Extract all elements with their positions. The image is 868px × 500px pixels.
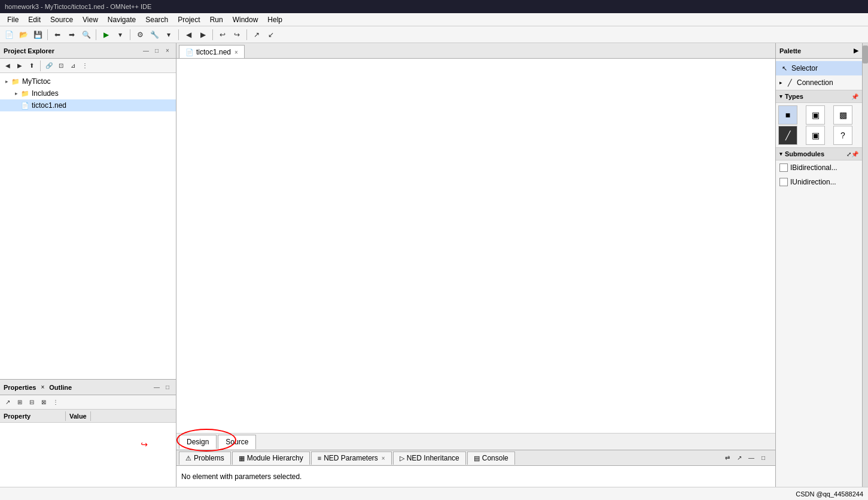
menu-project[interactable]: Project xyxy=(173,14,205,25)
toolbar-btn-5[interactable]: 🔧 xyxy=(148,28,161,41)
palette-connection[interactable]: ▸ ╱ Connection xyxy=(776,75,862,90)
type-grid-1[interactable]: ■ xyxy=(778,105,797,125)
connection-expand-icon: ▸ xyxy=(779,80,782,86)
pe-filter[interactable]: ⊿ xyxy=(68,60,78,71)
toolbar-open[interactable]: 📂 xyxy=(17,28,30,41)
menu-window[interactable]: Window xyxy=(228,14,263,25)
panel-close[interactable]: × xyxy=(163,46,172,56)
menu-search[interactable]: Search xyxy=(141,14,173,25)
toolbar-undo[interactable]: ↩ xyxy=(216,28,229,41)
toolbar-import[interactable]: ↙ xyxy=(264,28,278,41)
palette-submodule-2[interactable]: IUnidirection... xyxy=(776,175,862,189)
types-grid: ■ ▣ ▩ ╱ ▣ ? xyxy=(776,103,862,147)
menu-edit[interactable]: Edit xyxy=(23,14,45,25)
panel-hide[interactable]: — xyxy=(747,453,756,463)
toolbar-btn-4[interactable]: ⚙ xyxy=(133,28,147,41)
bottom-panel-status: No element with parameters selected. xyxy=(181,472,301,481)
editor-tab-tictoc[interactable]: 📄 tictoc1.ned × xyxy=(179,45,245,58)
prop-btn-1[interactable]: ↗ xyxy=(2,397,13,408)
palette-header: Palette ▶ xyxy=(776,43,862,59)
toolbar-btn-2[interactable]: ➡ xyxy=(65,28,78,41)
pe-menu[interactable]: ⋮ xyxy=(80,60,90,71)
bottom-tab-module-hierarchy[interactable]: ▦ Module Hierarchy xyxy=(232,451,310,465)
panel-minimize[interactable]: — xyxy=(141,46,151,56)
menu-file[interactable]: File xyxy=(2,14,23,25)
type-grid-5[interactable]: ▣ xyxy=(806,126,825,145)
menu-view[interactable]: View xyxy=(78,14,103,25)
prop-btn-2[interactable]: ⊞ xyxy=(14,397,25,408)
toolbar-run-dropdown[interactable]: ▾ xyxy=(114,28,127,41)
panel-maximize-btn[interactable]: □ xyxy=(759,453,768,463)
tree-item-tictoc[interactable]: 📄 tictoc1.ned xyxy=(0,99,176,111)
prop-btn-4[interactable]: ⊠ xyxy=(38,397,49,408)
bottom-tab-ned-parameters[interactable]: ≡ NED Parameters × xyxy=(311,451,392,465)
outline-label[interactable]: Outline xyxy=(49,384,72,391)
toolbar-redo[interactable]: ↪ xyxy=(230,28,243,41)
pe-up[interactable]: ⬆ xyxy=(26,60,37,71)
editor-tab-label: tictoc1.ned xyxy=(196,48,231,56)
prop-btn-3[interactable]: ⊟ xyxy=(26,397,37,408)
menu-navigate[interactable]: Navigate xyxy=(103,14,141,25)
submodules-expand-btn[interactable]: ⤢ xyxy=(846,151,851,157)
ned-parameters-close[interactable]: × xyxy=(382,455,385,462)
toolbar-forward[interactable]: ▶ xyxy=(196,28,209,41)
prop-btn-5[interactable]: ⋮ xyxy=(50,397,61,408)
root-expand-icon: ▸ xyxy=(2,78,11,84)
type-grid-4[interactable]: ╱ xyxy=(778,126,797,145)
type-grid-2[interactable]: ▣ xyxy=(806,105,825,125)
panel-maximize[interactable]: □ xyxy=(152,46,162,56)
pe-collapse[interactable]: ⊡ xyxy=(56,60,66,71)
submodule-2-label: IUnidirection... xyxy=(790,178,836,186)
editor-tab-bar: 📄 tictoc1.ned × xyxy=(176,43,775,59)
palette-selector[interactable]: ↖ Selector xyxy=(776,61,862,75)
tree-root[interactable]: ▸ 📁 MyTictoc xyxy=(0,75,176,87)
content-area: Project Explorer — □ × ◀ ▶ ⬆ 🔗 ⊡ ⊿ ⋮ xyxy=(0,43,868,487)
palette-submodule-1[interactable]: IBidirectional... xyxy=(776,160,862,175)
type-grid-6[interactable]: ? xyxy=(833,126,852,145)
tree-item-includes[interactable]: ▸ 📁 Includes xyxy=(0,87,176,99)
bottom-panel: ⚠ Problems ▦ Module Hierarchy ≡ NED Para… xyxy=(176,450,775,487)
toolbar-back[interactable]: ◀ xyxy=(182,28,195,41)
includes-label: Includes xyxy=(32,89,59,98)
properties-panel: Properties × Outline — □ ↗ ⊞ ⊟ ⊠ ⋮ xyxy=(0,379,176,487)
prop-maximize[interactable]: □ xyxy=(163,383,172,392)
type-grid-3[interactable]: ▩ xyxy=(833,105,852,125)
panel-sync[interactable]: ⇄ xyxy=(723,453,732,463)
editor-canvas xyxy=(176,59,775,433)
toolbar-btn-1[interactable]: ⬅ xyxy=(51,28,64,41)
types-section-header[interactable]: ▾ Types 📌 xyxy=(776,90,862,103)
toolbar-new[interactable]: 📄 xyxy=(2,28,16,41)
toolbar-btn-6[interactable]: ▾ xyxy=(162,28,175,41)
toolbar-run[interactable]: ▶ xyxy=(99,28,112,41)
submodules-pin[interactable]: 📌 xyxy=(851,151,858,157)
bottom-tab-ned-inheritance[interactable]: ▷ NED Inheritance xyxy=(393,451,466,465)
submodules-section-header[interactable]: ▾ Submodules ⤢ 📌 xyxy=(776,147,862,160)
editor-tab-close[interactable]: × xyxy=(234,49,238,56)
properties-header: Properties × Outline — □ xyxy=(0,380,176,395)
pe-link[interactable]: 🔗 xyxy=(44,60,54,71)
panel-export[interactable]: ↗ xyxy=(735,453,744,463)
scroll-thumb[interactable] xyxy=(863,46,868,63)
bottom-tab-problems[interactable]: ⚠ Problems xyxy=(179,451,231,465)
bottom-tab-design[interactable]: Design xyxy=(179,435,217,449)
menu-help[interactable]: Help xyxy=(263,14,287,25)
palette-content: ↖ Selector ▸ ╱ Connection ▾ Types 📌 ■ xyxy=(776,59,862,192)
project-explorer-toolbar: ◀ ▶ ⬆ 🔗 ⊡ ⊿ ⋮ xyxy=(0,59,176,73)
palette-title: Palette xyxy=(779,47,801,54)
pe-forward[interactable]: ▶ xyxy=(14,60,25,71)
toolbar-btn-3[interactable]: 🔍 xyxy=(80,28,93,41)
connection-line-icon: ╱ xyxy=(785,78,794,87)
submodules-section-label: Submodules xyxy=(785,150,824,157)
tictoc-file-icon: 📄 xyxy=(20,101,30,110)
toolbar-save[interactable]: 💾 xyxy=(31,28,44,41)
menu-run[interactable]: Run xyxy=(205,14,228,25)
properties-close-icon: × xyxy=(41,384,44,390)
bottom-tab-source[interactable]: Source xyxy=(218,435,256,449)
palette-expand[interactable]: ▶ xyxy=(854,47,858,54)
pe-back[interactable]: ◀ xyxy=(2,60,13,71)
types-pin[interactable]: 📌 xyxy=(851,93,858,100)
bottom-tab-console[interactable]: ▤ Console xyxy=(467,451,515,465)
prop-minimize[interactable]: — xyxy=(152,383,162,392)
toolbar-export[interactable]: ↗ xyxy=(250,28,263,41)
menu-source[interactable]: Source xyxy=(45,14,78,25)
